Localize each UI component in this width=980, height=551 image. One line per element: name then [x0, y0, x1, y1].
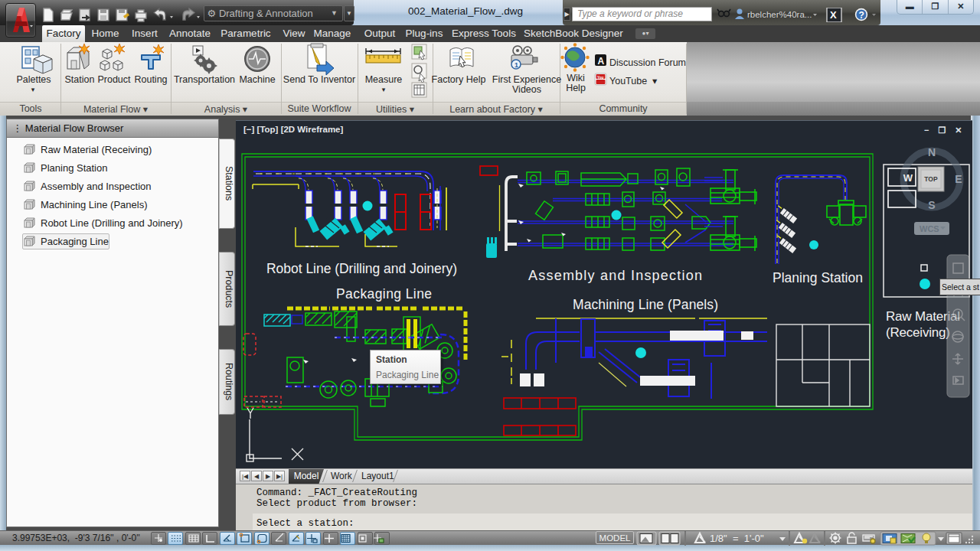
svg-text:Machining Line (Panels): Machining Line (Panels)	[573, 297, 718, 312]
svg-text:S: S	[928, 199, 935, 211]
svg-text:1/8" = 1'-0": 1/8" = 1'-0"	[710, 533, 764, 544]
svg-text:N: N	[928, 146, 936, 158]
svg-text:A: A	[598, 56, 605, 67]
svg-text:?: ?	[859, 10, 864, 21]
svg-text:Assembly and Inspection: Assembly and Inspection	[528, 268, 702, 283]
svg-text:WCS: WCS	[920, 224, 939, 233]
svg-text:(Receiving): (Receiving)	[886, 325, 950, 340]
svg-text:Robot Line (Drilling and Joine: Robot Line (Drilling and Joinery)	[266, 261, 457, 276]
svg-text:W: W	[903, 172, 913, 184]
svg-text:Packaging Line: Packaging Line	[336, 286, 432, 302]
svg-text:You: You	[597, 76, 603, 80]
svg-text:1: 1	[514, 61, 518, 69]
svg-text:X: X	[830, 9, 837, 21]
svg-text:TOP: TOP	[924, 175, 938, 183]
svg-text:E: E	[955, 173, 962, 185]
svg-text:rbelcher%40ra...: rbelcher%40ra...	[747, 10, 812, 19]
svg-text:Planing Station: Planing Station	[773, 270, 863, 285]
